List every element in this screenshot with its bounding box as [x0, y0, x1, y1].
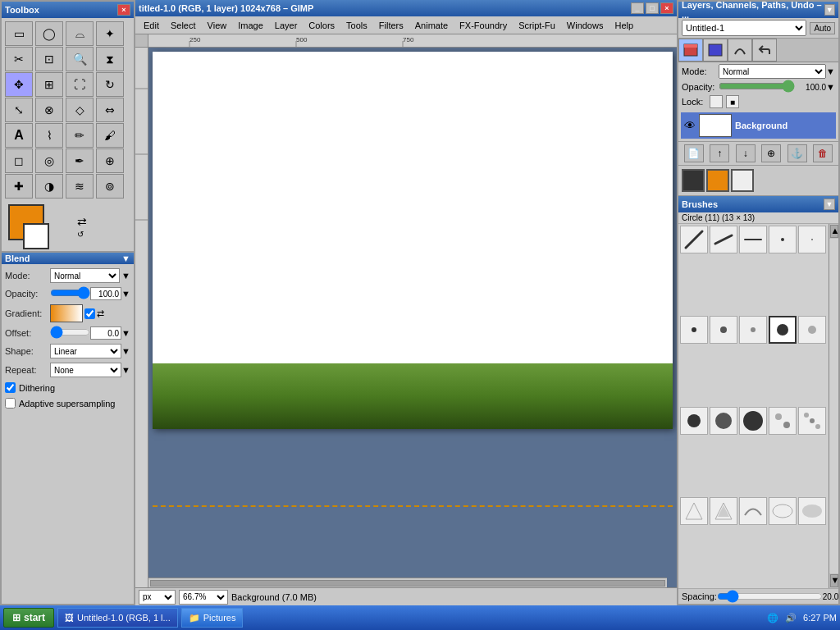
- taskbar-item-pictures[interactable]: 📁 Pictures: [181, 608, 244, 628]
- shear-tool[interactable]: ⊗: [35, 98, 63, 122]
- canvas-maximize-button[interactable]: □: [646, 2, 659, 14]
- scale-tool[interactable]: ⤡: [5, 98, 33, 122]
- menu-fx-foundry[interactable]: FX-Foundry: [454, 19, 512, 32]
- menu-select[interactable]: Select: [166, 19, 201, 32]
- blend-mode-select[interactable]: Normal: [50, 268, 120, 283]
- menu-colors[interactable]: Colors: [304, 19, 340, 32]
- heal-tool[interactable]: ✚: [5, 174, 33, 199]
- layers-panel-close[interactable]: ▼: [824, 4, 835, 16]
- color-picker-tool[interactable]: 🔍: [66, 47, 94, 71]
- brush-item[interactable]: [798, 497, 826, 525]
- unit-select[interactable]: px: [139, 590, 176, 605]
- channels-tab[interactable]: [703, 39, 728, 62]
- fuzzy-select-tool[interactable]: ✦: [96, 21, 124, 46]
- auto-button[interactable]: Auto: [810, 22, 835, 34]
- menu-windows[interactable]: Windows: [562, 19, 609, 32]
- brush-item[interactable]: [680, 407, 708, 435]
- toolbox-close-button[interactable]: ×: [117, 4, 130, 16]
- brush-item[interactable]: [710, 497, 737, 525]
- smudge-tool[interactable]: ≋: [66, 174, 94, 199]
- layer-image-select[interactable]: Untitled-1: [682, 20, 806, 36]
- foreground-select-tool[interactable]: ⊡: [35, 47, 63, 71]
- lock-paint-checkbox[interactable]: ■: [726, 95, 739, 108]
- layer-visibility-eye[interactable]: 👁: [684, 119, 696, 132]
- undo-tab[interactable]: [752, 39, 777, 62]
- menu-view[interactable]: View: [203, 19, 232, 32]
- swap-colors-icon[interactable]: ⇄: [77, 215, 87, 228]
- menu-animate[interactable]: Animate: [410, 19, 453, 32]
- measure-tool[interactable]: ⧗: [96, 47, 124, 71]
- menu-script-fu[interactable]: Script-Fu: [514, 19, 560, 32]
- gradient-edit-icon[interactable]: ⇄: [97, 308, 104, 319]
- paintbrush-tool[interactable]: 🖌: [96, 123, 124, 148]
- brush-item[interactable]: [739, 497, 767, 525]
- lock-alpha-checkbox[interactable]: [710, 95, 723, 108]
- rotate-tool[interactable]: ↻: [96, 72, 124, 97]
- pencil-tool[interactable]: ✏: [66, 123, 94, 148]
- gradient-reverse-check[interactable]: [84, 308, 95, 319]
- path-tool[interactable]: ⌇: [35, 123, 63, 148]
- paths-tab[interactable]: [728, 39, 752, 62]
- brushes-collapse[interactable]: ▼: [824, 199, 835, 210]
- white-swatch[interactable]: [731, 169, 754, 192]
- blend-panel-collapse[interactable]: ▼: [121, 253, 130, 263]
- brush-item[interactable]: [769, 407, 797, 435]
- shape-select[interactable]: Linear: [50, 344, 121, 358]
- delete-layer-button[interactable]: 🗑: [813, 144, 833, 162]
- black-swatch[interactable]: [682, 169, 705, 192]
- canvas-viewport[interactable]: [148, 48, 677, 587]
- menu-layer[interactable]: Layer: [270, 19, 303, 32]
- start-button[interactable]: ⊞ start: [3, 608, 54, 628]
- menu-filters[interactable]: Filters: [374, 19, 409, 32]
- repeat-select[interactable]: None: [50, 363, 121, 377]
- background-color[interactable]: [23, 223, 49, 249]
- brush-item[interactable]: [710, 226, 737, 253]
- airbrush-tool[interactable]: ◎: [35, 148, 63, 173]
- adaptive-supersampling-checkbox[interactable]: [5, 398, 16, 409]
- crop-tool[interactable]: ⛶: [66, 72, 94, 97]
- brush-item[interactable]: [798, 407, 826, 435]
- reset-colors-icon[interactable]: ↺: [77, 230, 87, 239]
- layer-opacity-slider[interactable]: [719, 80, 795, 92]
- brush-item[interactable]: [798, 226, 826, 253]
- ellipse-select-tool[interactable]: ◯: [35, 21, 63, 46]
- orange-swatch[interactable]: [706, 169, 729, 192]
- align-tool[interactable]: ⊞: [35, 72, 63, 97]
- ink-tool[interactable]: ✒: [66, 148, 94, 173]
- layer-mode-select[interactable]: Normal: [719, 64, 826, 79]
- opacity-slider[interactable]: [50, 287, 90, 299]
- gradient-preview[interactable]: [50, 304, 83, 322]
- menu-help[interactable]: Help: [609, 19, 638, 32]
- scissors-tool[interactable]: ✂: [5, 47, 33, 71]
- layers-tab[interactable]: [678, 39, 703, 62]
- raise-layer-button[interactable]: ↑: [710, 144, 729, 162]
- horizontal-scrollbar[interactable]: [148, 578, 667, 587]
- lower-layer-button[interactable]: ↓: [736, 144, 756, 162]
- clone-tool[interactable]: ⊕: [96, 148, 124, 173]
- menu-edit[interactable]: Edit: [139, 19, 164, 32]
- brush-item[interactable]: [798, 316, 826, 344]
- brush-item[interactable]: [680, 497, 708, 525]
- layer-item[interactable]: 👁 Background: [681, 112, 836, 139]
- dodge-burn-tool[interactable]: ◑: [35, 174, 63, 199]
- brush-item[interactable]: [710, 407, 737, 435]
- brush-item-selected[interactable]: [769, 316, 797, 344]
- convolve-tool[interactable]: ⊚: [96, 174, 124, 199]
- brush-item[interactable]: [739, 407, 767, 435]
- anchor-layer-button[interactable]: ⚓: [788, 144, 807, 162]
- new-layer-button[interactable]: 📄: [684, 144, 704, 162]
- canvas-minimize-button[interactable]: _: [631, 2, 644, 14]
- canvas-close-button[interactable]: ×: [660, 2, 673, 14]
- brush-item[interactable]: [739, 316, 767, 344]
- brush-item[interactable]: [769, 226, 797, 253]
- rect-select-tool[interactable]: ▭: [5, 21, 33, 46]
- brush-item[interactable]: [680, 316, 708, 344]
- eraser-tool[interactable]: ◻: [5, 148, 33, 173]
- duplicate-layer-button[interactable]: ⊕: [761, 144, 781, 162]
- brush-item[interactable]: [680, 226, 708, 253]
- scroll-up-button[interactable]: ▲: [830, 225, 838, 238]
- brushes-scrollbar[interactable]: ▲ ▼: [829, 224, 838, 588]
- offset-slider[interactable]: [50, 326, 90, 338]
- brush-item[interactable]: [769, 497, 797, 525]
- spacing-slider[interactable]: [717, 591, 823, 602]
